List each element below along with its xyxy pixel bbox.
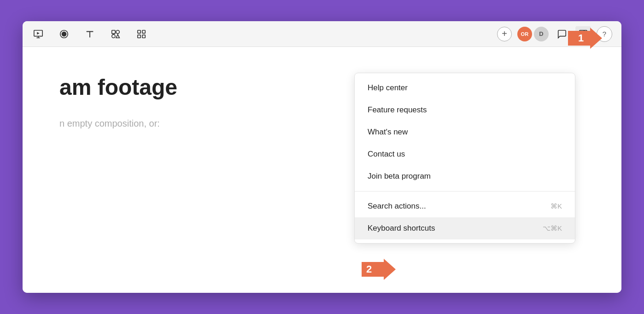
- toolbar: + OR D 1: [23, 21, 621, 47]
- text-icon[interactable]: [83, 28, 96, 41]
- main-content: am footage n empty composition, or: Help…: [23, 47, 621, 293]
- dropdown-section-1: Help center Feature requests What's new …: [355, 73, 575, 192]
- menu-item-feature-requests[interactable]: Feature requests: [355, 99, 575, 121]
- menu-item-keyboard-shortcuts[interactable]: Keyboard shortcuts ⌥⌘K: [355, 217, 575, 239]
- menu-item-label: Join beta program: [368, 172, 431, 181]
- menu-item-contact-us[interactable]: Contact us: [355, 143, 575, 165]
- menu-item-help-center[interactable]: Help center: [355, 77, 575, 99]
- avatar-or[interactable]: OR: [517, 27, 532, 41]
- shortcut-search-actions: ⌘K: [550, 202, 562, 210]
- menu-item-label: Help center: [368, 83, 408, 93]
- shape-icon[interactable]: [109, 28, 122, 41]
- toolbar-left: [32, 28, 486, 41]
- menu-item-label: Feature requests: [368, 105, 427, 115]
- menu-item-search-actions[interactable]: Search actions... ⌘K: [355, 195, 575, 217]
- menu-item-label: Keyboard shortcuts: [368, 224, 435, 233]
- svg-rect-13: [142, 30, 145, 33]
- svg-rect-14: [138, 35, 141, 37]
- record-icon[interactable]: [58, 28, 70, 41]
- svg-marker-3: [37, 32, 40, 35]
- svg-point-9: [116, 30, 119, 33]
- dropdown-section-2: Search actions... ⌘K Keyboard shortcuts …: [355, 192, 575, 243]
- annotation-2: 2: [362, 259, 396, 280]
- svg-rect-12: [138, 30, 141, 33]
- annotation-2-label: 2: [366, 263, 372, 275]
- menu-item-label: Search actions...: [368, 202, 426, 211]
- menu-item-label: What's new: [368, 128, 408, 137]
- menu-item-label: Contact us: [368, 150, 405, 159]
- app-window: + OR D 1: [23, 21, 621, 293]
- avatar-d[interactable]: D: [534, 27, 549, 41]
- grid-icon[interactable]: [135, 28, 148, 41]
- svg-rect-15: [142, 35, 145, 37]
- chat-icon-button[interactable]: [554, 26, 570, 42]
- help-dropdown-menu: Help center Feature requests What's new …: [354, 73, 575, 244]
- menu-item-join-beta[interactable]: Join beta program: [355, 165, 575, 187]
- presentation-icon[interactable]: [32, 28, 45, 41]
- menu-item-whats-new[interactable]: What's new: [355, 121, 575, 143]
- svg-marker-11: [116, 34, 119, 37]
- toolbar-right: + OR D 1: [497, 26, 612, 42]
- svg-rect-8: [112, 30, 115, 33]
- avatar-group: OR D: [517, 27, 549, 41]
- svg-point-5: [62, 32, 66, 36]
- shortcut-keyboard-shortcuts: ⌥⌘K: [543, 224, 562, 233]
- add-button[interactable]: +: [497, 27, 512, 41]
- svg-rect-10: [112, 34, 115, 37]
